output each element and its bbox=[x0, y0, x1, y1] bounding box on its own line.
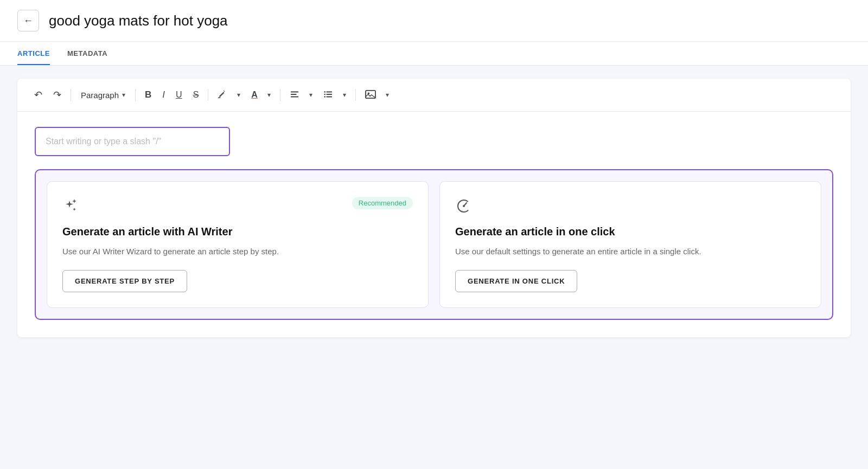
toolbar-sep-5 bbox=[355, 89, 356, 101]
writing-input[interactable]: Start writing or type a slash "/" bbox=[35, 127, 230, 156]
text-color-icon: A bbox=[251, 90, 258, 100]
svg-rect-9 bbox=[326, 96, 332, 97]
underline-button[interactable]: U bbox=[172, 87, 186, 102]
italic-icon: I bbox=[162, 89, 165, 100]
page-title: good yoga mats for hot yoga bbox=[49, 12, 228, 29]
bold-icon: B bbox=[145, 89, 151, 100]
sparkle-icon bbox=[62, 197, 80, 218]
ai-writer-title: Generate an article with AI Writer bbox=[62, 226, 413, 238]
toolbar-sep-3 bbox=[208, 89, 208, 101]
list-group: ▾ bbox=[320, 87, 350, 104]
writing-placeholder: Start writing or type a slash "/" bbox=[46, 137, 161, 146]
image-dropdown-button[interactable]: ▾ bbox=[381, 88, 393, 101]
align-icon bbox=[290, 89, 299, 101]
toolbar-sep-2 bbox=[135, 89, 136, 101]
chevron-down-icon: ▾ bbox=[122, 91, 125, 99]
ai-writer-desc: Use our AI Writer Wizard to generate an … bbox=[62, 246, 413, 258]
align-chevron-icon: ▾ bbox=[309, 91, 312, 99]
header: ← good yoga mats for hot yoga bbox=[0, 0, 868, 42]
highlight-button[interactable] bbox=[214, 86, 231, 104]
ai-one-click-card-header bbox=[455, 197, 806, 218]
text-color-chevron-icon: ▾ bbox=[267, 91, 271, 99]
svg-point-6 bbox=[324, 93, 326, 95]
highlight-dropdown-button[interactable]: ▾ bbox=[232, 88, 244, 101]
align-button[interactable] bbox=[286, 87, 303, 104]
svg-point-4 bbox=[324, 91, 326, 93]
svg-rect-0 bbox=[218, 97, 221, 98]
speed-icon bbox=[455, 197, 473, 218]
list-dropdown-button[interactable]: ▾ bbox=[338, 88, 350, 101]
list-button[interactable] bbox=[320, 87, 337, 104]
undo-button[interactable]: ↶ bbox=[30, 86, 46, 104]
editor-toolbar: ↶ ↷ Paragraph ▾ B I U S bbox=[17, 79, 851, 112]
align-group: ▾ bbox=[286, 87, 316, 104]
toolbar-sep-1 bbox=[71, 89, 71, 101]
strikethrough-icon: S bbox=[193, 90, 199, 100]
image-icon bbox=[365, 89, 376, 101]
paragraph-label: Paragraph bbox=[81, 91, 119, 100]
align-dropdown-button[interactable]: ▾ bbox=[304, 88, 316, 101]
generate-in-one-click-button[interactable]: GENERATE IN ONE CLICK bbox=[455, 270, 577, 292]
svg-point-14 bbox=[463, 205, 465, 207]
list-icon bbox=[323, 89, 333, 101]
ai-writer-card: Recommended Generate an article with AI … bbox=[47, 181, 429, 308]
editor-area: ↶ ↷ Paragraph ▾ B I U S bbox=[17, 79, 851, 337]
back-arrow-icon: ← bbox=[23, 15, 33, 27]
back-button[interactable]: ← bbox=[17, 10, 39, 31]
tab-bar: ARTICLE METADATA bbox=[0, 42, 868, 66]
highlight-group: ▾ bbox=[214, 86, 244, 104]
bold-button[interactable]: B bbox=[141, 87, 155, 103]
svg-point-8 bbox=[324, 96, 326, 98]
highlight-chevron-icon: ▾ bbox=[237, 91, 240, 99]
ai-one-click-title: Generate an article in one click bbox=[455, 226, 806, 238]
recommended-badge: Recommended bbox=[352, 197, 413, 209]
tab-metadata[interactable]: METADATA bbox=[67, 42, 107, 65]
ai-writer-card-header: Recommended bbox=[62, 197, 413, 218]
svg-rect-5 bbox=[326, 91, 332, 92]
list-chevron-icon: ▾ bbox=[343, 91, 346, 99]
text-color-group: A ▾ bbox=[247, 87, 275, 102]
text-color-dropdown-button[interactable]: ▾ bbox=[263, 88, 275, 101]
image-button[interactable] bbox=[361, 87, 380, 104]
image-group: ▾ bbox=[361, 87, 393, 104]
underline-icon: U bbox=[176, 90, 182, 100]
svg-rect-7 bbox=[326, 94, 332, 95]
ai-one-click-desc: Use our default settings to generate an … bbox=[455, 246, 806, 258]
text-color-button[interactable]: A bbox=[247, 87, 261, 102]
strikethrough-button[interactable]: S bbox=[189, 87, 203, 102]
content-area: Start writing or type a slash "/" Recomm… bbox=[17, 112, 851, 320]
generate-step-by-step-button[interactable]: GENERATE STEP BY STEP bbox=[62, 270, 187, 292]
redo-icon: ↷ bbox=[53, 89, 61, 101]
ai-options-container: Recommended Generate an article with AI … bbox=[35, 169, 833, 320]
paragraph-dropdown[interactable]: Paragraph ▾ bbox=[76, 88, 130, 102]
ai-one-click-card: Generate an article in one click Use our… bbox=[439, 181, 821, 308]
toolbar-sep-4 bbox=[280, 89, 280, 101]
highlight-icon bbox=[218, 89, 227, 101]
tab-article[interactable]: ARTICLE bbox=[17, 42, 50, 65]
svg-rect-2 bbox=[291, 94, 297, 95]
undo-icon: ↶ bbox=[34, 89, 42, 101]
image-chevron-icon: ▾ bbox=[386, 91, 389, 99]
redo-button[interactable]: ↷ bbox=[49, 86, 65, 104]
italic-button[interactable]: I bbox=[158, 87, 169, 103]
svg-rect-3 bbox=[291, 96, 298, 97]
svg-rect-1 bbox=[291, 91, 298, 92]
